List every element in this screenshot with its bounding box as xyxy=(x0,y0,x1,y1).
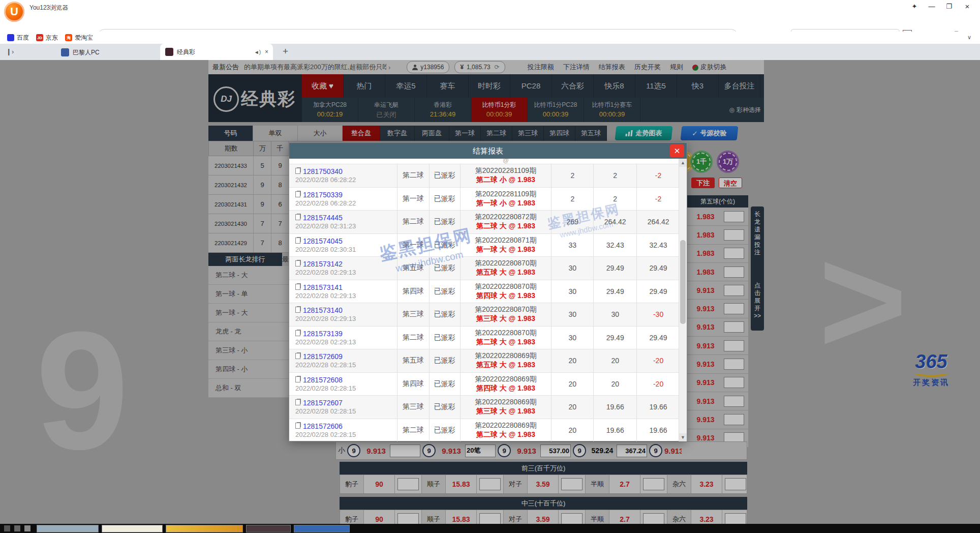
copy-icon[interactable] xyxy=(295,353,300,359)
bet-id-link[interactable]: 1281750340 xyxy=(303,167,343,175)
bookmark-item[interactable]: 淘 爱淘宝 xyxy=(65,34,93,42)
bet-text: 第三球 大 @ 1.983 xyxy=(476,314,535,323)
bookmark-label: 百度 xyxy=(17,34,29,42)
copy-icon[interactable] xyxy=(295,330,300,336)
scroll-thumb[interactable] xyxy=(680,240,686,324)
bet-id-link[interactable]: 1281572609 xyxy=(303,352,343,361)
modal-title: 结算报表 xyxy=(473,146,503,155)
bet-desc-cell: 第202202281109期 第二球 小 @ 1.983 xyxy=(461,164,552,187)
amount-cell: 20 xyxy=(552,419,594,442)
bet-desc-cell: 第202202280870期 第二球 大 @ 1.983 xyxy=(461,327,552,349)
bet-time: 2022/02/28 02:28:15 xyxy=(295,431,356,438)
payout-cell: 19.66 xyxy=(594,419,637,442)
skin-theme-icon[interactable]: ✦ xyxy=(908,2,921,12)
bet-info-cell: 1281573142 2022/02/28 02:29:13 xyxy=(289,257,397,280)
settlement-report-modal: 结算报表 ✕ @ 1281750340 2022/02/28 06:28:22 … xyxy=(289,142,687,441)
scroll-up-icon[interactable]: ▲ xyxy=(679,159,687,167)
copy-icon[interactable] xyxy=(295,284,300,290)
bet-time: 2022/02/28 02:28:15 xyxy=(295,384,356,392)
copy-icon[interactable] xyxy=(295,399,300,405)
bet-time: 2022/02/28 02:29:13 xyxy=(295,338,356,346)
copy-icon[interactable] xyxy=(295,307,300,313)
bet-id-link[interactable]: 1281572606 xyxy=(303,422,343,430)
status-cell: 已派彩 xyxy=(430,303,461,326)
taskbar-icon[interactable] xyxy=(4,525,10,531)
bookmark-item[interactable]: 百度 xyxy=(7,34,29,42)
window-preview[interactable] xyxy=(102,525,163,532)
copy-icon[interactable] xyxy=(295,191,300,197)
tab-parisian-pc[interactable]: 巴黎人PC xyxy=(56,45,158,60)
bet-text: 第二球 大 @ 1.983 xyxy=(476,338,535,347)
bet-info-cell: 1281573140 2022/02/28 02:29:13 xyxy=(289,303,397,326)
bet-info-cell: 1281572607 2022/02/28 02:28:15 xyxy=(289,396,397,419)
close-window-button[interactable]: × xyxy=(961,2,974,12)
scroll-down-icon[interactable]: ▼ xyxy=(679,433,687,441)
tab-audio-icon[interactable]: ◄) xyxy=(254,49,261,55)
bet-info-cell: 1281750340 2022/02/28 06:28:22 xyxy=(289,164,397,187)
tab-close-icon[interactable]: × xyxy=(265,48,268,55)
bet-id-link[interactable]: 1281573139 xyxy=(303,330,343,338)
copy-icon[interactable] xyxy=(295,168,300,174)
modal-header: 结算报表 ✕ xyxy=(289,143,687,159)
window-preview[interactable] xyxy=(37,525,99,532)
bet-time: 2022/02/28 02:29:13 xyxy=(295,292,356,300)
payout-cell: 20 xyxy=(594,349,637,372)
bet-desc-cell: 第202202280870期 第三球 大 @ 1.983 xyxy=(461,303,552,326)
browser-titlebar: U You123浏览器 ✦ — ❐ × xyxy=(0,0,980,13)
copy-icon[interactable] xyxy=(295,238,300,244)
bet-time: 2022/02/28 02:31:23 xyxy=(295,222,356,230)
bet-id-link[interactable]: 1281572607 xyxy=(303,399,343,407)
bet-info-cell: 1281572606 2022/02/28 02:28:15 xyxy=(289,419,397,442)
period-text: 第202202280869期 xyxy=(475,351,536,361)
amount-cell: 30 xyxy=(552,257,594,280)
copy-icon[interactable] xyxy=(295,423,300,429)
taskbar-icon[interactable] xyxy=(24,525,30,531)
bet-id-link[interactable]: 1281573142 xyxy=(303,260,343,268)
profit-cell: -2 xyxy=(637,188,680,211)
bookmark-favicon xyxy=(7,34,14,41)
minimize-button[interactable]: — xyxy=(925,2,938,12)
bet-id-link[interactable]: 1281750339 xyxy=(303,191,343,199)
new-tab-button[interactable]: + xyxy=(283,46,288,57)
period-text: 第202202280870期 xyxy=(475,305,536,314)
bet-desc-cell: 第202202280871期 第一球 大 @ 1.983 xyxy=(461,234,552,257)
payout-cell: 2 xyxy=(594,164,637,187)
bet-id-link[interactable]: 1281574045 xyxy=(303,237,343,245)
browser-app-title: You123浏览器 xyxy=(29,4,68,12)
payout-cell: 20 xyxy=(594,373,637,396)
browser-logo-icon: U xyxy=(4,2,24,22)
close-icon[interactable]: ✕ xyxy=(670,144,684,157)
period-text: 第202202280872期 xyxy=(475,213,536,222)
bet-time: 2022/02/28 06:28:22 xyxy=(295,199,356,207)
window-preview[interactable] xyxy=(294,525,350,532)
bet-id-link[interactable]: 1281574445 xyxy=(303,214,343,222)
modal-scrollbar[interactable]: ▲ ▼ xyxy=(679,159,687,441)
bet-desc-cell: 第202202280869期 第五球 大 @ 1.983 xyxy=(461,349,552,372)
period-text: 第202202281109期 xyxy=(475,190,536,199)
payout-cell: 19.66 xyxy=(594,396,637,419)
bet-time: 2022/02/28 02:28:15 xyxy=(295,407,356,415)
window-preview[interactable] xyxy=(166,525,243,532)
scrolled-row-sliver: @ xyxy=(289,159,680,164)
profit-cell: 29.49 xyxy=(637,280,680,303)
settlement-row: 1281572606 2022/02/28 02:28:15 第二球 已派彩 第… xyxy=(289,419,680,442)
taskbar-icon[interactable] xyxy=(14,525,20,531)
bet-id-link[interactable]: 1281573141 xyxy=(303,283,343,291)
copy-icon[interactable] xyxy=(295,260,300,266)
os-taskbar xyxy=(0,524,980,533)
tab-list-expander-icon[interactable]: ❙› xyxy=(6,48,14,55)
restore-button[interactable]: ❐ xyxy=(942,2,956,12)
bet-id-link[interactable]: 1281573140 xyxy=(303,306,343,314)
bet-desc-cell: 第202202280870期 第四球 大 @ 1.983 xyxy=(461,280,552,303)
ball-cell: 第一球 xyxy=(397,188,430,211)
window-preview[interactable] xyxy=(246,525,291,532)
copy-icon[interactable] xyxy=(295,214,300,220)
bookmarks-overflow-icon[interactable]: ∨ xyxy=(963,32,976,43)
bookmark-item[interactable]: JD 京东 xyxy=(36,34,58,42)
copy-icon[interactable] xyxy=(295,376,300,382)
bookmark-label: 爱淘宝 xyxy=(75,34,93,42)
status-cell: 已派彩 xyxy=(430,234,461,257)
bet-id-link[interactable]: 1281572608 xyxy=(303,376,343,384)
tab-classic-lottery[interactable]: 经典彩 ◄) × xyxy=(160,44,273,60)
bet-text: 第四球 大 @ 1.983 xyxy=(476,291,535,301)
